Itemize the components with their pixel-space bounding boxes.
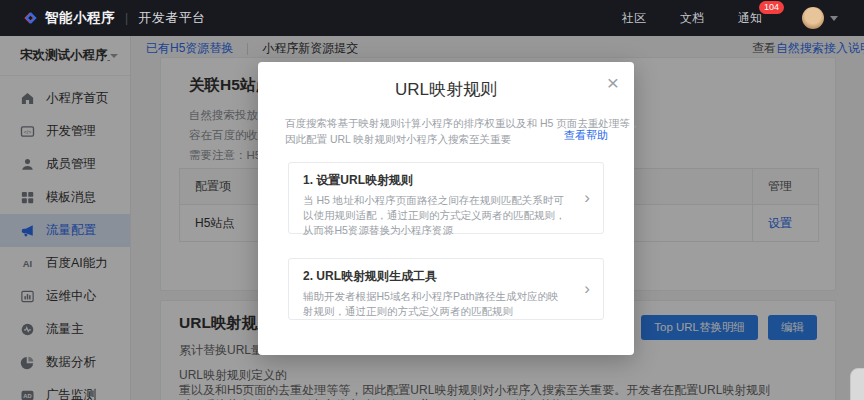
top-bar: 智能小程序 | 开发者平台 社区 文档 通知 104	[0, 0, 864, 36]
chevron-right-icon: ›	[584, 279, 590, 299]
portal-title: 开发者平台	[138, 9, 206, 27]
option-title: 2. URL映射规则生成工具	[303, 268, 569, 285]
url-mapping-modal: URL映射规则 × 百度搜索将基于映射规则计算小程序的排序权重以及和 H5 页面…	[258, 62, 634, 355]
help-link[interactable]: 查看帮助	[564, 128, 608, 143]
brand-logo-icon	[26, 14, 35, 22]
option-title: 1. 设置URL映射规则	[303, 172, 569, 189]
brand-title: 智能小程序	[45, 9, 115, 27]
top-nav: 社区 文档 通知 104	[622, 7, 838, 29]
close-icon[interactable]: ×	[607, 72, 619, 93]
modal-title: URL映射规则	[258, 62, 634, 101]
nav-notifications[interactable]: 通知 104	[738, 10, 762, 27]
app-window: 智能小程序 | 开发者平台 社区 文档 通知 104 宋欢测试小程序_... 小…	[0, 0, 864, 400]
option-rule-generator[interactable]: 2. URL映射规则生成工具 辅助开发者根据H5域名和小程序Path路径生成对应…	[288, 258, 604, 320]
chevron-down-icon	[830, 16, 838, 21]
option-body: 辅助开发者根据H5域名和小程序Path路径生成对应的映射规则，通过正则的方式定义…	[303, 289, 569, 319]
nav-community[interactable]: 社区	[622, 10, 646, 27]
floating-widget[interactable]	[850, 368, 864, 400]
option-set-mapping-rule[interactable]: 1. 设置URL映射规则 当 H5 地址和小程序页面路径之间存在规则匹配关系时可…	[288, 162, 604, 234]
nav-docs[interactable]: 文档	[680, 10, 704, 27]
notification-badge: 104	[759, 1, 784, 14]
chevron-right-icon: ›	[584, 188, 590, 208]
user-menu[interactable]	[802, 7, 838, 29]
brand-divider: |	[125, 11, 128, 25]
nav-notifications-label: 通知	[738, 11, 762, 25]
option-body: 当 H5 地址和小程序页面路径之间存在规则匹配关系时可以使用规则适配，通过正则的…	[303, 193, 569, 238]
avatar[interactable]	[802, 7, 824, 29]
